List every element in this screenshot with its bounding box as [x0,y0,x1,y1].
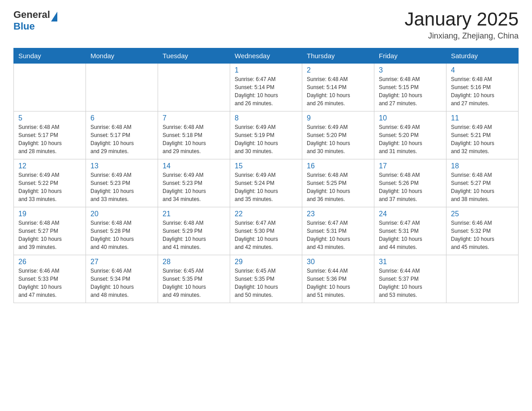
calendar-cell: 2Sunrise: 6:48 AM Sunset: 5:14 PM Daylig… [302,64,374,111]
calendar-cell [14,64,86,111]
logo-blue-text: Blue [13,21,57,32]
day-info: Sunrise: 6:47 AM Sunset: 5:30 PM Dayligh… [235,219,297,251]
day-number: 30 [307,258,369,266]
day-number: 22 [235,210,297,218]
day-info: Sunrise: 6:49 AM Sunset: 5:22 PM Dayligh… [18,171,81,203]
day-number: 26 [18,258,81,266]
day-info: Sunrise: 6:48 AM Sunset: 5:16 PM Dayligh… [451,75,514,107]
calendar-cell: 30Sunrise: 6:44 AM Sunset: 5:36 PM Dayli… [302,255,374,303]
calendar-cell: 8Sunrise: 6:49 AM Sunset: 5:19 PM Daylig… [230,111,302,159]
day-info: Sunrise: 6:48 AM Sunset: 5:27 PM Dayligh… [451,171,514,203]
day-info: Sunrise: 6:49 AM Sunset: 5:20 PM Dayligh… [379,123,442,155]
day-number: 5 [18,114,81,122]
day-number: 18 [451,162,514,170]
calendar-cell: 13Sunrise: 6:49 AM Sunset: 5:23 PM Dayli… [86,159,158,207]
day-number: 4 [451,66,514,74]
calendar-cell: 20Sunrise: 6:48 AM Sunset: 5:28 PM Dayli… [86,207,158,255]
day-number: 19 [18,210,81,218]
calendar-week-row: 5Sunrise: 6:48 AM Sunset: 5:17 PM Daylig… [14,111,519,159]
calendar-week-row: 26Sunrise: 6:46 AM Sunset: 5:33 PM Dayli… [14,255,519,303]
day-info: Sunrise: 6:48 AM Sunset: 5:26 PM Dayligh… [379,171,442,203]
calendar-cell: 4Sunrise: 6:48 AM Sunset: 5:16 PM Daylig… [446,64,519,111]
day-number: 14 [163,162,225,170]
calendar-header-row: SundayMondayTuesdayWednesdayThursdayFrid… [14,48,519,64]
calendar-cell: 22Sunrise: 6:47 AM Sunset: 5:30 PM Dayli… [230,207,302,255]
calendar-cell: 31Sunrise: 6:44 AM Sunset: 5:37 PM Dayli… [374,255,446,303]
day-number: 2 [307,66,369,74]
day-info: Sunrise: 6:48 AM Sunset: 5:14 PM Dayligh… [307,75,369,107]
day-number: 13 [90,162,153,170]
day-info: Sunrise: 6:48 AM Sunset: 5:29 PM Dayligh… [163,219,225,251]
calendar-cell: 16Sunrise: 6:48 AM Sunset: 5:25 PM Dayli… [302,159,374,207]
day-number: 6 [90,114,153,122]
calendar-week-row: 12Sunrise: 6:49 AM Sunset: 5:22 PM Dayli… [14,159,519,207]
day-info: Sunrise: 6:47 AM Sunset: 5:31 PM Dayligh… [307,219,369,251]
day-number: 3 [379,66,442,74]
day-info: Sunrise: 6:48 AM Sunset: 5:27 PM Dayligh… [18,219,81,251]
calendar-cell: 1Sunrise: 6:47 AM Sunset: 5:14 PM Daylig… [230,64,302,111]
day-number: 1 [235,66,297,74]
calendar-cell: 25Sunrise: 6:46 AM Sunset: 5:32 PM Dayli… [446,207,519,255]
logo-general-text: General [13,9,50,21]
day-info: Sunrise: 6:48 AM Sunset: 5:18 PM Dayligh… [163,123,225,155]
calendar-cell [158,64,230,111]
day-number: 12 [18,162,81,170]
day-number: 17 [379,162,442,170]
day-info: Sunrise: 6:47 AM Sunset: 5:31 PM Dayligh… [379,219,442,251]
day-number: 28 [163,258,225,266]
calendar-cell: 27Sunrise: 6:46 AM Sunset: 5:34 PM Dayli… [86,255,158,303]
calendar-cell: 6Sunrise: 6:48 AM Sunset: 5:17 PM Daylig… [86,111,158,159]
calendar-cell: 17Sunrise: 6:48 AM Sunset: 5:26 PM Dayli… [374,159,446,207]
calendar-cell: 15Sunrise: 6:49 AM Sunset: 5:24 PM Dayli… [230,159,302,207]
calendar-cell: 7Sunrise: 6:48 AM Sunset: 5:18 PM Daylig… [158,111,230,159]
header-day-monday: Monday [86,48,158,64]
header-day-sunday: Sunday [14,48,86,64]
day-number: 25 [451,210,514,218]
day-number: 15 [235,162,297,170]
day-number: 8 [235,114,297,122]
day-info: Sunrise: 6:47 AM Sunset: 5:14 PM Dayligh… [235,75,297,107]
logo: General Blue [13,9,57,32]
day-number: 27 [90,258,153,266]
day-number: 24 [379,210,442,218]
calendar-cell: 24Sunrise: 6:47 AM Sunset: 5:31 PM Dayli… [374,207,446,255]
calendar-cell: 28Sunrise: 6:45 AM Sunset: 5:35 PM Dayli… [158,255,230,303]
day-info: Sunrise: 6:49 AM Sunset: 5:19 PM Dayligh… [235,123,297,155]
day-info: Sunrise: 6:44 AM Sunset: 5:36 PM Dayligh… [307,267,369,299]
calendar-cell: 29Sunrise: 6:45 AM Sunset: 5:35 PM Dayli… [230,255,302,303]
day-number: 20 [90,210,153,218]
calendar-table: SundayMondayTuesdayWednesdayThursdayFrid… [13,48,519,303]
day-info: Sunrise: 6:46 AM Sunset: 5:32 PM Dayligh… [451,219,514,251]
calendar-cell [446,255,519,303]
calendar-cell: 18Sunrise: 6:48 AM Sunset: 5:27 PM Dayli… [446,159,519,207]
header: General Blue January 2025 Jinxiang, Zhej… [13,9,519,41]
day-info: Sunrise: 6:49 AM Sunset: 5:21 PM Dayligh… [451,123,514,155]
header-day-thursday: Thursday [302,48,374,64]
calendar-cell: 26Sunrise: 6:46 AM Sunset: 5:33 PM Dayli… [14,255,86,303]
day-number: 31 [379,258,442,266]
day-number: 9 [307,114,369,122]
calendar-cell [86,64,158,111]
header-day-friday: Friday [374,48,446,64]
calendar-cell: 21Sunrise: 6:48 AM Sunset: 5:29 PM Dayli… [158,207,230,255]
day-number: 29 [235,258,297,266]
calendar-week-row: 1Sunrise: 6:47 AM Sunset: 5:14 PM Daylig… [14,64,519,111]
day-number: 10 [379,114,442,122]
calendar-cell: 12Sunrise: 6:49 AM Sunset: 5:22 PM Dayli… [14,159,86,207]
header-day-wednesday: Wednesday [230,48,302,64]
day-number: 16 [307,162,369,170]
calendar-cell: 9Sunrise: 6:49 AM Sunset: 5:20 PM Daylig… [302,111,374,159]
day-info: Sunrise: 6:44 AM Sunset: 5:37 PM Dayligh… [379,267,442,299]
day-info: Sunrise: 6:48 AM Sunset: 5:17 PM Dayligh… [90,123,153,155]
day-info: Sunrise: 6:49 AM Sunset: 5:23 PM Dayligh… [90,171,153,203]
calendar-cell: 23Sunrise: 6:47 AM Sunset: 5:31 PM Dayli… [302,207,374,255]
day-info: Sunrise: 6:49 AM Sunset: 5:24 PM Dayligh… [235,171,297,203]
day-info: Sunrise: 6:48 AM Sunset: 5:17 PM Dayligh… [18,123,81,155]
calendar-cell: 3Sunrise: 6:48 AM Sunset: 5:15 PM Daylig… [374,64,446,111]
header-day-tuesday: Tuesday [158,48,230,64]
day-number: 7 [163,114,225,122]
day-info: Sunrise: 6:49 AM Sunset: 5:23 PM Dayligh… [163,171,225,203]
day-info: Sunrise: 6:48 AM Sunset: 5:25 PM Dayligh… [307,171,369,203]
location-title: Jinxiang, Zhejiang, China [404,31,519,41]
day-info: Sunrise: 6:45 AM Sunset: 5:35 PM Dayligh… [235,267,297,299]
